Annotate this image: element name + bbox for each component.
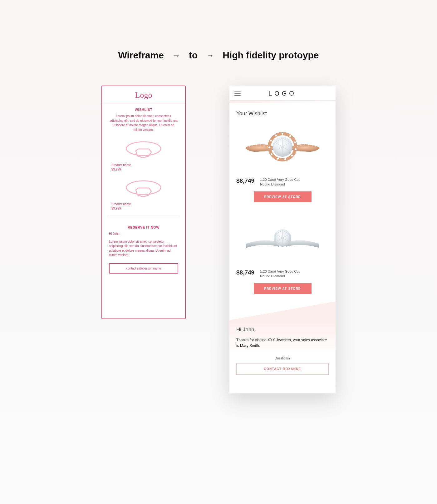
hifi-panel: LOGO Your Wishlist bbox=[229, 86, 336, 393]
svg-point-10 bbox=[308, 145, 309, 146]
questions-label: Questions? bbox=[236, 357, 329, 363]
hifi-greeting: Hi John, bbox=[236, 327, 329, 337]
svg-point-18 bbox=[295, 148, 297, 150]
svg-point-11 bbox=[304, 145, 305, 146]
divider bbox=[108, 217, 179, 217]
hifi-contact-section: Hi John, Thanks for visiting XXX Jeweler… bbox=[229, 322, 336, 375]
ring-sketch-icon bbox=[102, 174, 185, 201]
svg-point-2 bbox=[249, 146, 250, 147]
heading-wireframe: Wireframe bbox=[118, 50, 164, 61]
hifi-header: LOGO bbox=[229, 86, 336, 101]
ring-sketch-icon bbox=[102, 135, 185, 162]
svg-point-8 bbox=[315, 146, 316, 147]
product-description: 1.20 Carat Very Good Cut Round Diamond bbox=[260, 269, 307, 279]
wireframe-product-meta: Product name $9,999 bbox=[102, 162, 185, 174]
svg-point-4 bbox=[256, 145, 257, 146]
diagonal-background bbox=[229, 300, 336, 322]
svg-point-22 bbox=[271, 153, 273, 155]
preview-at-store-button[interactable]: PREVIEW AT STORE bbox=[254, 191, 312, 202]
wireframe-reserve-text: Lorem ipsum dolor sit amet, consectetur … bbox=[102, 240, 185, 261]
heading-hifi: High fidelity protoype bbox=[223, 50, 319, 61]
hifi-wishlist-title: Your Wishlist bbox=[229, 103, 336, 120]
gradient-strip bbox=[229, 101, 336, 103]
wireframe-intro-text: Lorem ipsum dolor sit amet, consectetur … bbox=[102, 114, 185, 135]
svg-point-21 bbox=[277, 158, 279, 160]
preview-at-store-button[interactable]: PREVIEW AT STORE bbox=[254, 283, 312, 294]
wireframe-product-name: Product name bbox=[111, 202, 176, 206]
product-meta-row: $8,749 1.20 Carat Very Good Cut Round Di… bbox=[236, 269, 329, 283]
product-price: $8,749 bbox=[236, 177, 254, 184]
svg-point-25 bbox=[275, 135, 277, 136]
svg-point-5 bbox=[260, 145, 261, 146]
wireframe-wishlist-title: WISHLIST bbox=[102, 103, 185, 114]
product-description: 1.20 Carat Very Good Cut Round Diamond bbox=[260, 177, 307, 187]
wireframe-product-price: $9,999 bbox=[111, 167, 176, 172]
arrow-icon: → bbox=[173, 51, 180, 60]
svg-point-3 bbox=[253, 145, 253, 146]
hamburger-icon[interactable] bbox=[234, 91, 241, 96]
product-price: $8,749 bbox=[236, 269, 254, 276]
wireframe-logo: Logo bbox=[102, 89, 185, 103]
ring-image bbox=[236, 221, 329, 269]
wireframe-reserve-title: RESERVE IT NOW bbox=[102, 221, 185, 232]
svg-point-19 bbox=[291, 155, 293, 156]
wireframe-panel: Logo WISHLIST Lorem ipsum dolor sit amet… bbox=[101, 86, 186, 319]
page-heading: Wireframe → to → High fidelity protoype bbox=[0, 0, 437, 86]
svg-point-16 bbox=[289, 135, 291, 137]
svg-point-9 bbox=[312, 145, 313, 146]
svg-point-23 bbox=[268, 146, 270, 148]
wireframe-product-meta: Product name $9,999 bbox=[102, 201, 185, 213]
svg-point-6 bbox=[264, 145, 265, 146]
contact-button[interactable]: CONTACT ROXANNE bbox=[236, 363, 329, 375]
arrow-icon: → bbox=[206, 51, 214, 60]
svg-point-17 bbox=[294, 141, 296, 143]
svg-point-20 bbox=[284, 158, 286, 160]
wireframe-product-name: Product name bbox=[111, 163, 176, 167]
svg-point-15 bbox=[282, 133, 283, 135]
heading-to: to bbox=[189, 50, 198, 61]
spacer bbox=[102, 274, 185, 314]
wireframe-product-price: $9,999 bbox=[111, 206, 176, 211]
svg-point-12 bbox=[301, 145, 302, 146]
svg-point-24 bbox=[270, 140, 272, 141]
hifi-product: $8,749 1.20 Carat Very Good Cut Round Di… bbox=[229, 120, 336, 209]
ring-image bbox=[236, 123, 329, 177]
wireframe-greeting: Hi John, bbox=[102, 232, 185, 240]
wireframe-contact-button[interactable]: contact saleperson name bbox=[109, 263, 178, 274]
hifi-product: $8,749 1.20 Carat Very Good Cut Round Di… bbox=[229, 209, 336, 300]
hifi-contact-body: Thanks for visiting XXX Jewelers, your s… bbox=[236, 337, 329, 357]
product-meta-row: $8,749 1.20 Carat Very Good Cut Round Di… bbox=[236, 177, 329, 191]
hifi-logo: LOGO bbox=[241, 90, 324, 97]
